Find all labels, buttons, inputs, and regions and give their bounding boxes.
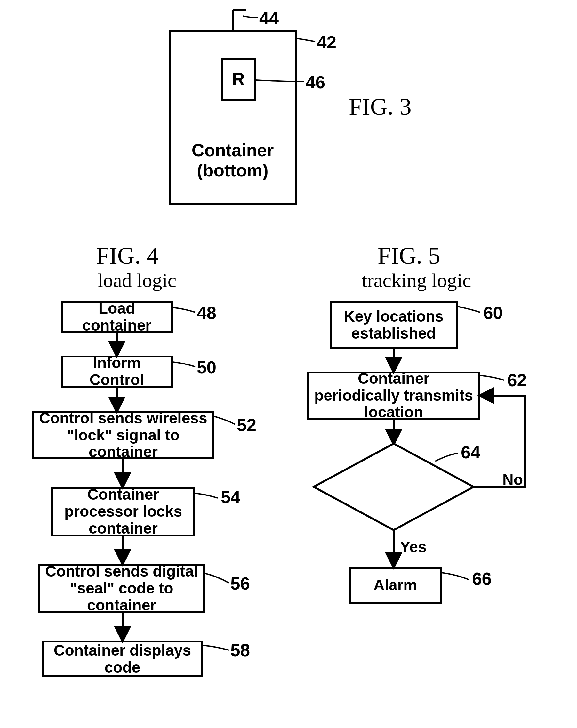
- fig4-step-54: Container processor locks container: [51, 487, 195, 537]
- fig4-subtitle: load logic: [98, 269, 176, 292]
- fig3-ref-42: 42: [317, 32, 336, 53]
- fig4-ref-54: 54: [221, 487, 240, 507]
- fig5-branch-yes: Yes: [400, 538, 427, 556]
- fig4-step-54-text: Container processor locks container: [57, 486, 189, 537]
- fig3-ref-44: 44: [259, 8, 279, 28]
- fig5-decision-64-line2: ?: [390, 489, 400, 506]
- fig3-container-line1: Container: [192, 140, 274, 160]
- page: Container (bottom) R FIG. 3 44 42 46 FIG…: [0, 0, 577, 728]
- fig5-ref-66: 66: [472, 569, 492, 589]
- fig4-step-52-text: Control sends wireless "lock" signal to …: [38, 410, 209, 461]
- fig5-title: FIG. 5: [378, 242, 440, 269]
- fig4-step-58-text: Container displays code: [47, 642, 197, 676]
- fig4-ref-52: 52: [237, 415, 256, 435]
- fig5-step-62: Container periodically transmits locatio…: [307, 371, 480, 420]
- fig5-decision-64-line1: Deviation: [361, 470, 430, 487]
- fig4-step-56: Control sends digital "seal" code to con…: [38, 564, 205, 613]
- fig5-step-66-text: Alarm: [374, 577, 417, 594]
- fig4-ref-56: 56: [230, 573, 250, 594]
- fig3-ref-46: 46: [306, 72, 325, 93]
- fig4-ref-58: 58: [230, 640, 250, 660]
- fig5-step-60-text: Key locations established: [335, 308, 452, 342]
- fig4-step-50-text: Inform Control: [66, 355, 167, 389]
- fig4-step-50: Inform Control: [61, 356, 173, 388]
- fig3-title: FIG. 3: [349, 93, 412, 121]
- fig4-step-52: Control sends wireless "lock" signal to …: [32, 411, 214, 459]
- fig5-ref-60: 60: [483, 303, 503, 323]
- fig3-r-box: R: [221, 58, 256, 101]
- fig5-decision-64-text: Deviation ?: [351, 469, 440, 508]
- fig5-branch-no: No: [502, 471, 523, 489]
- fig4-step-58: Container displays code: [42, 641, 203, 677]
- fig4-ref-48: 48: [197, 303, 216, 323]
- fig5-subtitle: tracking logic: [362, 269, 471, 292]
- fig5-ref-62: 62: [507, 370, 527, 390]
- fig4-ref-50: 50: [197, 357, 216, 378]
- fig5-step-62-text: Container periodically transmits locatio…: [313, 370, 474, 421]
- fig3-container-line2: (bottom): [197, 160, 269, 180]
- fig5-step-66: Alarm: [349, 567, 442, 604]
- fig3-container-box: Container (bottom): [169, 30, 297, 205]
- fig3-container-text: Container (bottom): [192, 140, 274, 181]
- fig4-title: FIG. 4: [96, 242, 159, 269]
- fig3-r-label: R: [232, 70, 245, 89]
- fig5-step-60: Key locations established: [330, 301, 458, 349]
- fig4-step-48-text: Load container: [66, 300, 167, 334]
- fig4-step-56-text: Control sends digital "seal" code to con…: [44, 563, 199, 614]
- fig4-step-48: Load container: [61, 301, 173, 333]
- fig5-ref-64: 64: [461, 442, 480, 463]
